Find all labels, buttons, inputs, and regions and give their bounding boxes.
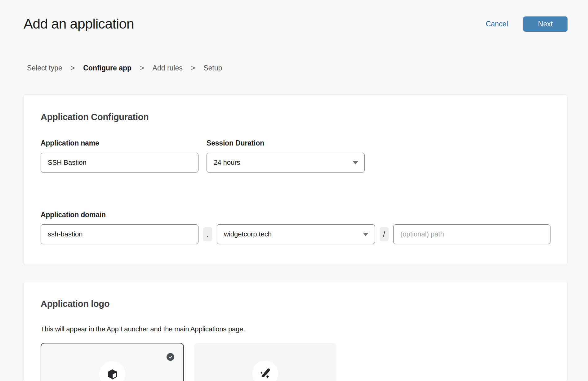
logo-options [41,343,550,381]
domain-slash-separator: / [380,227,389,241]
session-duration-field: Session Duration 24 hours [207,139,365,173]
domain-select-value: widgetcorp.tech [224,230,272,238]
name-session-row: Application name Session Duration 24 hou… [41,139,550,173]
magic-brush-icon [259,367,271,380]
domain-dot-separator: . [203,227,212,241]
logo-card-title: Application logo [41,298,550,309]
cancel-button[interactable]: Cancel [486,20,508,28]
session-duration-select[interactable]: 24 hours [207,153,365,173]
check-icon [168,355,173,359]
logo-description: This will appear in the App Launcher and… [41,325,550,334]
application-name-label: Application name [41,139,198,147]
step-setup[interactable]: Setup [203,63,222,73]
application-logo-card: Application logo This will appear in the… [24,281,568,381]
application-domain-label: Application domain [41,210,550,219]
custom-logo-circle [252,361,278,381]
application-configuration-card: Application Configuration Application na… [24,94,568,265]
domain-select[interactable]: widgetcorp.tech [217,224,375,244]
domain-row: . widgetcorp.tech / [41,224,550,244]
application-name-field: Application name [41,139,198,173]
step-select-type[interactable]: Select type [27,63,62,73]
page-title: Add an application [24,14,134,34]
add-application-page: Add an application Cancel Next Select ty… [0,0,588,381]
logo-option-default[interactable] [41,343,184,381]
next-button[interactable]: Next [523,16,568,32]
breadcrumb-separator: > [71,63,75,73]
application-domain-field: Application domain . widgetcorp.tech / [41,210,550,244]
cube-icon [107,369,118,380]
path-input[interactable] [393,224,550,244]
breadcrumb: Select type > Configure app > Add rules … [24,63,568,73]
logo-option-custom[interactable] [194,343,336,381]
application-name-input[interactable] [41,153,198,173]
configuration-card-title: Application Configuration [41,111,550,123]
default-logo-circle [99,361,125,381]
selected-check-icon [167,353,174,361]
step-configure-app[interactable]: Configure app [83,63,131,73]
chevron-down-icon [353,161,358,164]
subdomain-input[interactable] [41,224,198,244]
session-duration-value: 24 hours [214,159,240,167]
step-add-rules[interactable]: Add rules [153,63,183,73]
header-actions: Cancel Next [486,16,568,32]
chevron-down-icon [363,233,368,236]
breadcrumb-separator: > [140,63,144,73]
breadcrumb-separator: > [191,63,195,73]
page-header: Add an application Cancel Next [24,0,568,34]
session-duration-label: Session Duration [207,139,365,147]
